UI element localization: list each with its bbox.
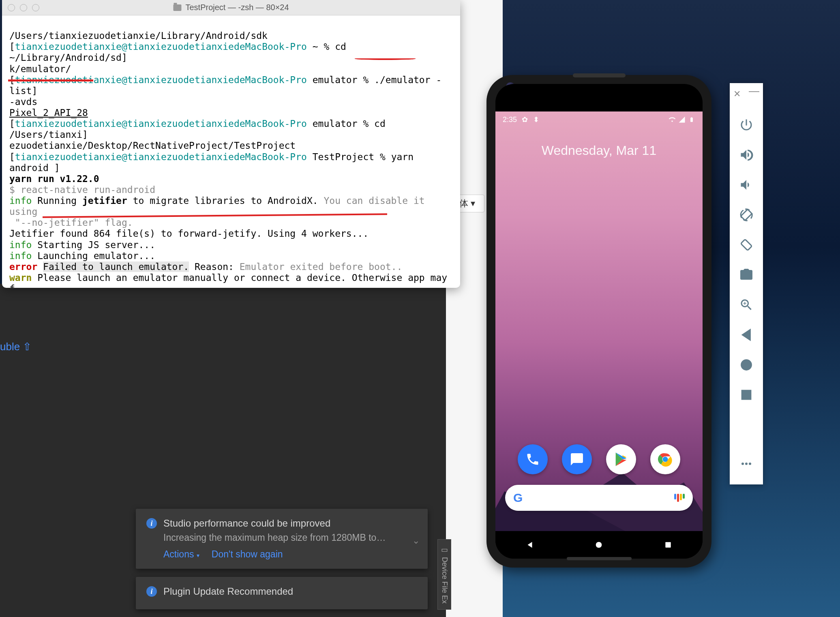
volume-down-button[interactable] <box>737 176 756 194</box>
svg-point-3 <box>596 542 602 548</box>
annotation-underline <box>8 79 93 81</box>
screenshot-button[interactable] <box>737 266 756 284</box>
play-store-icon[interactable] <box>606 444 636 474</box>
notification-title: Plugin Update Recommended <box>163 586 293 597</box>
notification-plugin-update[interactable]: i Plugin Update Recommended <box>136 577 428 609</box>
emulator-back-button[interactable] <box>737 326 756 344</box>
traffic-lights[interactable] <box>8 4 39 11</box>
term-line: /Users/tianxiezuodetianxie/Library/Andro… <box>9 30 268 41</box>
phone-icon: ▭ <box>440 545 449 554</box>
annotation-underline <box>355 58 416 60</box>
more-options-button[interactable] <box>737 454 756 473</box>
overview-button[interactable] <box>662 538 675 551</box>
svg-point-7 <box>741 360 751 370</box>
power-button[interactable] <box>737 116 756 134</box>
home-date[interactable]: Wednesday, Mar 11 <box>495 143 703 158</box>
close-emulator-button[interactable]: ✕ <box>733 89 741 99</box>
emulator-toolbar: ✕ — <box>730 83 763 484</box>
svg-rect-6 <box>741 239 752 251</box>
phone-inner: 2:35 ✿ ⬍ Wednesday, Mar 11 <box>495 84 703 559</box>
android-nav-bar <box>495 531 703 559</box>
zoom-window-button[interactable] <box>32 4 39 11</box>
battery-icon <box>688 116 695 123</box>
bottom-speaker-icon <box>567 557 632 560</box>
volume-up-button[interactable] <box>737 146 756 164</box>
terminal-body[interactable]: /Users/tianxiezuodetianxie/Library/Andro… <box>2 15 460 288</box>
terminal-window: TestProject — -zsh — 80×24 /Users/tianxi… <box>2 0 460 288</box>
terminal-titlebar[interactable]: TestProject — -zsh — 80×24 <box>2 0 460 15</box>
rotate-right-button[interactable] <box>737 236 756 254</box>
chrome-app-icon[interactable] <box>650 444 680 474</box>
svg-point-2 <box>663 457 667 461</box>
info-icon: i <box>146 586 157 597</box>
svg-rect-8 <box>742 391 751 399</box>
phone-app-icon[interactable] <box>518 444 548 474</box>
messages-app-icon[interactable] <box>562 444 592 474</box>
gear-icon: ✿ <box>521 116 528 123</box>
signal-icon <box>678 116 686 123</box>
folder-icon <box>173 4 181 11</box>
app-dock <box>495 444 703 474</box>
google-logo-icon: G <box>513 491 523 505</box>
avd-name: Pixel_2_API_28 <box>9 107 88 118</box>
speaker-icon <box>573 73 626 77</box>
notification-performance[interactable]: i Studio performance could be improved I… <box>136 509 428 569</box>
zoom-button[interactable] <box>737 296 756 314</box>
notification-body: Increasing the maximum heap size from 12… <box>163 532 417 543</box>
wifi-icon <box>669 116 676 123</box>
svg-point-11 <box>749 463 751 465</box>
partial-link[interactable]: uble ⇧ <box>0 341 32 353</box>
actions-dropdown[interactable]: Actions ▾ <box>163 549 199 560</box>
dont-show-again-link[interactable]: Don't show again <box>212 549 283 560</box>
terminal-title: TestProject — -zsh — 80×24 <box>173 3 289 12</box>
status-time: 2:35 <box>503 116 517 124</box>
notification-title: Studio performance could be improved <box>163 518 330 529</box>
device-file-explorer-tab[interactable]: ▭ Device File Ex <box>437 539 451 610</box>
assistant-icon[interactable] <box>674 494 685 502</box>
rotate-left-button[interactable] <box>737 206 756 224</box>
notification-stack: i Studio performance could be improved I… <box>136 509 428 609</box>
svg-point-9 <box>741 463 744 465</box>
android-emulator-frame: 2:35 ✿ ⬍ Wednesday, Mar 11 <box>486 75 711 568</box>
emulator-home-button[interactable] <box>737 356 756 374</box>
chevron-down-icon[interactable]: ⌄ <box>412 536 420 546</box>
minimize-emulator-button[interactable]: — <box>749 89 759 99</box>
google-search-bar[interactable]: G <box>505 485 693 511</box>
info-icon: i <box>146 518 157 529</box>
status-bar[interactable]: 2:35 ✿ ⬍ <box>495 111 703 128</box>
usb-icon: ⬍ <box>532 116 540 123</box>
phone-screen[interactable]: 2:35 ✿ ⬍ Wednesday, Mar 11 <box>495 111 703 531</box>
svg-rect-4 <box>665 542 671 547</box>
close-window-button[interactable] <box>8 4 15 11</box>
minimize-window-button[interactable] <box>20 4 27 11</box>
terminal-title-text: TestProject — -zsh — 80×24 <box>185 3 289 12</box>
back-button[interactable] <box>523 538 536 551</box>
svg-point-10 <box>745 463 748 465</box>
emulator-overview-button[interactable] <box>737 386 756 404</box>
home-button[interactable] <box>592 538 605 551</box>
